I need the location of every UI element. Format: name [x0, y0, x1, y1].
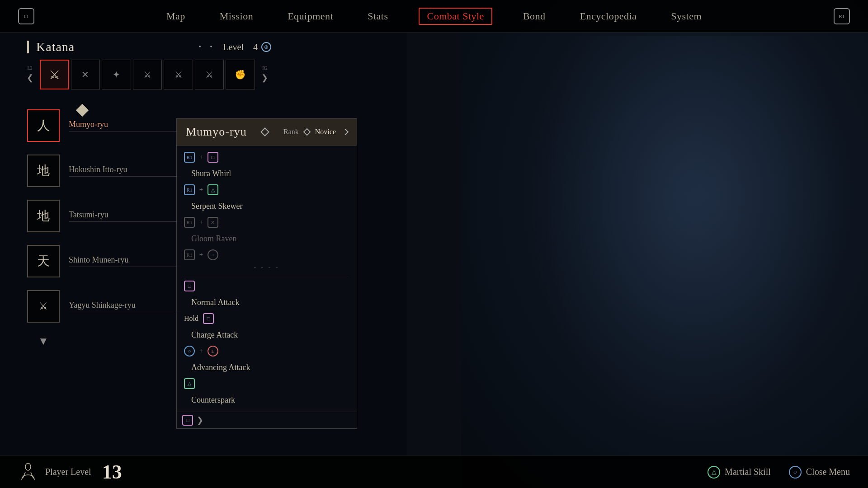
style-icon-2: 地: [27, 200, 60, 232]
weapon-name: Katana: [36, 40, 75, 54]
style-icon-text-0: 人: [37, 117, 50, 134]
weapon-slot-5-icon: ⚔: [205, 69, 213, 80]
main-content: Katana • • Level 4 ⊕ L2 ❮ ⚔ ✕ ✦: [0, 33, 407, 455]
svg-point-0: [25, 463, 31, 470]
style-item-3[interactable]: 天 Shinto Munen-ryu: [27, 245, 181, 277]
nav-map[interactable]: Map: [163, 9, 189, 24]
weapon-next-arrow[interactable]: ❯: [259, 71, 271, 84]
plus-0: +: [199, 154, 203, 161]
circle-btn-advance: ○: [184, 346, 195, 357]
skill-name-counter: Counterspark: [191, 395, 235, 405]
cross-btn-2: ✕: [208, 217, 218, 228]
l-btn-advance: L: [208, 346, 218, 357]
weapon-slot-1[interactable]: ✕: [71, 60, 100, 89]
style-item-4[interactable]: ⚔ Yagyu Shinkage-ryu: [27, 290, 181, 323]
weapon-slot-4[interactable]: ⚔: [164, 60, 193, 89]
detail-footer: □ ❯: [177, 412, 357, 428]
rank-value: Novice: [315, 128, 336, 136]
skill-row-counter[interactable]: △: [177, 375, 357, 392]
skill-name-row-counter[interactable]: Counterspark: [177, 392, 357, 408]
nav-combat-style[interactable]: Combat Style: [419, 8, 492, 25]
close-menu-label: Close Menu: [806, 467, 850, 477]
weapon-slot-6[interactable]: ✊: [226, 60, 255, 89]
style-item-0[interactable]: 人 Mumyo-ryu: [27, 109, 181, 142]
skills-list: R1 + □ Shura Whirl R1 + △ Serpent Skewer…: [177, 145, 357, 412]
player-icon: [18, 462, 38, 482]
skill-name-row-1[interactable]: Serpent Skewer: [177, 198, 357, 214]
style-name-1: Hokushin Itto-ryu: [69, 165, 181, 177]
r1-btn-0: R1: [184, 152, 195, 163]
skill-name-1: Serpent Skewer: [191, 202, 242, 211]
rank-diamond-small: [303, 128, 311, 136]
skill-row-1[interactable]: R1 + △: [177, 182, 357, 198]
l1-badge[interactable]: L1: [18, 8, 34, 24]
triangle-btn-1: △: [208, 184, 218, 195]
square-btn-normal: □: [184, 281, 195, 291]
skill-name-row-0[interactable]: Shura Whirl: [177, 165, 357, 182]
style-name-0: Mumyo-ryu: [69, 120, 181, 131]
weapon-slot-1-icon: ✕: [81, 69, 89, 80]
footer-arrow[interactable]: ❯: [197, 415, 203, 425]
weapon-slot-6-icon: ✊: [235, 69, 246, 80]
nav-stats[interactable]: Stats: [364, 9, 392, 24]
skill-row-advance[interactable]: ○ + L: [177, 343, 357, 359]
weapon-slot-2[interactable]: ✦: [102, 60, 131, 89]
weapon-slot-5[interactable]: ⚔: [195, 60, 224, 89]
nav-system[interactable]: System: [667, 9, 705, 24]
nav-bond[interactable]: Bond: [519, 9, 549, 24]
skill-name-0: Shura Whirl: [191, 169, 231, 178]
martial-skill-action[interactable]: △ Martial Skill: [708, 466, 771, 479]
style-icon-0: 人: [27, 109, 60, 142]
player-level-value: 13: [102, 460, 122, 483]
player-level-label: Player Level: [45, 467, 91, 477]
empty-row: - - - -: [177, 263, 357, 272]
bottom-actions: △ Martial Skill ○ Close Menu: [708, 466, 850, 479]
skill-name-row-advance[interactable]: Advancing Attack: [177, 359, 357, 375]
triangle-action-badge: △: [708, 466, 720, 479]
r1-badge[interactable]: R1: [834, 8, 850, 24]
detail-header: Mumyo-ryu Rank Novice: [177, 119, 357, 145]
skill-row-normal[interactable]: □: [177, 278, 357, 294]
styles-down-arrow[interactable]: ▼: [38, 335, 49, 347]
weapon-slot-0-icon: ⚔: [49, 67, 60, 82]
skill-name-charge: Charge Attack: [191, 330, 238, 340]
close-menu-action[interactable]: ○ Close Menu: [789, 466, 850, 479]
style-name-4: Yagyu Shinkage-ryu: [69, 300, 181, 312]
style-icon-text-4: ⚔: [39, 300, 48, 312]
footer-square-btn[interactable]: □: [182, 415, 193, 426]
player-svg-icon: [18, 462, 38, 482]
weapon-title-row: Katana • • Level 4 ⊕: [27, 40, 271, 54]
r1-btn-2: R1: [184, 217, 195, 228]
style-icon-3: 天: [27, 245, 60, 277]
square-btn-0: □: [208, 152, 218, 163]
style-icon-text-1: 地: [37, 162, 50, 179]
detail-rank-area: Rank Novice: [283, 128, 348, 136]
nav-equipment[interactable]: Equipment: [284, 9, 337, 24]
skill-name-row-normal[interactable]: Normal Attack: [177, 294, 357, 310]
nav-mission[interactable]: Mission: [216, 9, 257, 24]
style-name-2: Tatsumi-ryu: [69, 210, 181, 222]
skill-divider: [184, 275, 349, 275]
skill-name-row-2[interactable]: Gloom Raven: [177, 230, 357, 247]
style-icon-text-2: 地: [37, 207, 50, 225]
style-list: 人 Mumyo-ryu 地 Hokushin Itto-ryu 地 Tatsum…: [27, 109, 181, 347]
plus-1: +: [199, 186, 203, 193]
weapon-icons-row: L2 ❮ ⚔ ✕ ✦ ⚔ ⚔ ⚔ ✊: [24, 60, 271, 89]
skill-name-row-charge[interactable]: Charge Attack: [177, 327, 357, 343]
r1-btn-3: R1: [184, 249, 195, 260]
weapon-level: Level 4 ⊕: [223, 42, 271, 52]
weapon-slot-3[interactable]: ⚔: [133, 60, 162, 89]
skill-row-0[interactable]: R1 + □: [177, 149, 357, 165]
weapon-slot-3-icon: ⚔: [143, 69, 151, 80]
skill-row-charge[interactable]: Hold □: [177, 310, 357, 327]
style-item-1[interactable]: 地 Hokushin Itto-ryu: [27, 155, 181, 187]
skill-row-3[interactable]: R1 + ○: [177, 247, 357, 263]
weapon-slot-0[interactable]: ⚔: [40, 60, 69, 89]
skill-name-normal: Normal Attack: [191, 298, 239, 307]
weapon-title-bar: [27, 41, 29, 53]
style-name-3: Shinto Munen-ryu: [69, 255, 181, 267]
weapon-prev-arrow[interactable]: ❮: [24, 71, 36, 84]
style-item-2[interactable]: 地 Tatsumi-ryu: [27, 200, 181, 232]
nav-encyclopedia[interactable]: Encyclopedia: [576, 9, 641, 24]
skill-row-2[interactable]: R1 + ✕: [177, 214, 357, 230]
